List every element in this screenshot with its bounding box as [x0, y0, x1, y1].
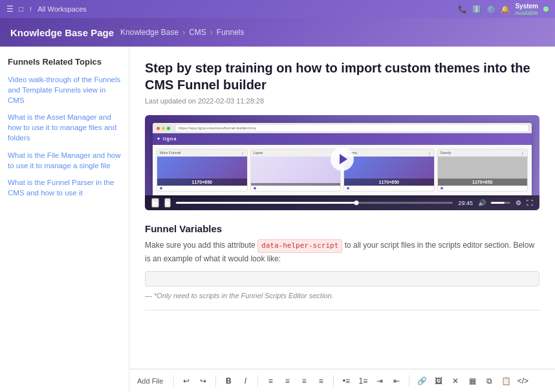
remove-format-button[interactable]: ✕ [448, 374, 462, 388]
play-triangle-icon [340, 154, 347, 164]
info-icon[interactable]: ℹ️ [472, 5, 481, 14]
align-right-button[interactable]: ≡ [297, 374, 311, 388]
align-center-button[interactable]: ≡ [280, 374, 294, 388]
browser-dot-green [167, 127, 170, 130]
funnel-card-menu-2[interactable]: ⋮ [428, 151, 431, 155]
browser-dot-red [157, 127, 160, 130]
breadcrumb: Knowledge Base › CMS › Funnels [120, 28, 244, 37]
funnel-card-title-0: Wire Funnel [160, 151, 180, 155]
redo-button[interactable]: ↪ [196, 374, 210, 388]
funnel-card-img-3: 1170×650 [438, 157, 528, 186]
breadcrumb-item-cms[interactable]: CMS [189, 28, 206, 37]
status-indicator [543, 6, 549, 12]
link-button[interactable]: 🔗 [415, 374, 429, 388]
funnel-card-header-0: Wire Funnel ⋮ [157, 149, 247, 157]
play-button[interactable] [331, 147, 354, 171]
bold-button[interactable]: B [221, 374, 235, 388]
undo-button[interactable]: ↩ [179, 374, 193, 388]
phone-icon[interactable]: 📞 [458, 5, 467, 14]
sidebar-link-0[interactable]: Video walk-through of the Funnels and Te… [8, 74, 121, 105]
italic-button[interactable]: I [238, 374, 252, 388]
video-settings-icon[interactable]: ⚙ [516, 199, 521, 206]
fullscreen-button[interactable]: ⛶ [527, 199, 533, 206]
sidebar: Funnels Related Topics Video walk-throug… [0, 47, 129, 392]
nav-left: ☰ □ ↑ All Workspaces [6, 5, 87, 14]
funnel-card-footer-2 [344, 186, 434, 191]
numbered-list-button[interactable]: 1≡ [356, 374, 370, 388]
menu-icon[interactable]: ☰ [6, 5, 14, 14]
align-left-button[interactable]: ≡ [263, 374, 278, 388]
outdent-button[interactable]: ⇤ [389, 374, 404, 388]
funnel-card-menu-3[interactable]: ⋮ [521, 151, 525, 155]
sidebar-link-2[interactable]: What is the File Manager and how to use … [8, 150, 121, 171]
add-file-label[interactable]: Add File [137, 377, 163, 385]
stop-button[interactable]: ● [164, 198, 171, 208]
video-controls: ▶ ● 29:45 🔊 ⚙ ⛶ [145, 195, 539, 210]
browser-url-bar: https://app.ligna.io/actions/funnel-buil… [176, 125, 528, 131]
user-availability: Available [515, 10, 538, 16]
desc-text-start: Make sure you add this attribute [145, 241, 256, 250]
funnel-status-dot-1 [254, 187, 256, 190]
funnel-card-footer-0 [157, 186, 247, 191]
progress-bar[interactable] [176, 202, 453, 204]
window-icon[interactable]: □ [19, 5, 23, 14]
browser-dot-yellow [162, 127, 165, 130]
browser-bar: https://app.ligna.io/actions/funnel-buil… [153, 123, 532, 133]
paste-button[interactable]: 📋 [499, 374, 513, 388]
settings-nav-icon[interactable]: ⚙️ [486, 5, 495, 14]
funnel-card-title-3: Sandy [441, 151, 452, 155]
copy-button[interactable]: ⧉ [482, 374, 496, 388]
table-button[interactable]: ▦ [465, 374, 479, 388]
notifications-icon[interactable]: 🔔 [501, 5, 510, 14]
play-pause-button[interactable]: ▶ [151, 198, 159, 208]
app-header-mock: ✦ ligna [153, 133, 532, 145]
code-button[interactable]: </> [516, 374, 530, 388]
sidebar-title: Funnels Related Topics [8, 57, 121, 67]
funnel-img-overlay-0: 1170×650 [157, 179, 247, 186]
image-link-button[interactable]: 🖼 [431, 374, 446, 388]
volume-fill [491, 202, 505, 204]
funnel-card-footer-3 [438, 186, 528, 191]
breadcrumb-item-funnels[interactable]: Funnels [217, 28, 245, 37]
funnel-card-0: Wire Funnel ⋮ 1170×650 [157, 149, 248, 191]
app-logo: ✦ ligna [157, 136, 177, 142]
volume-bar[interactable] [491, 202, 510, 204]
user-status: System Available [515, 3, 538, 16]
justify-button[interactable]: ≡ [314, 374, 328, 388]
indent-button[interactable]: ⇥ [373, 374, 387, 388]
article-title: Step by step training on how to import c… [145, 60, 539, 93]
user-name: System [515, 3, 538, 10]
page-title: Knowledge Base Page [10, 27, 114, 38]
progress-fill [176, 202, 356, 204]
video-time: 29:45 [458, 200, 473, 206]
toolbar-divider-4 [333, 375, 334, 387]
workspace-label[interactable]: All Workspaces [38, 5, 87, 13]
toolbar-spacer [145, 321, 539, 347]
toolbar-divider-2 [215, 375, 216, 387]
browser-url-text: https://app.ligna.io/actions/funnel-buil… [179, 126, 256, 130]
breadcrumb-sep-1: › [182, 28, 185, 37]
nav-right: 📞 ℹ️ ⚙️ 🔔 System Available [458, 3, 549, 16]
code-badge: data-helper-script [257, 239, 342, 253]
bullet-list-button[interactable]: •≡ [339, 374, 353, 388]
funnel-card-img-1 [251, 157, 341, 186]
sidebar-link-3[interactable]: What is the Funnel Parser in the CMS and… [8, 177, 121, 198]
funnel-card-header-1: Ligna ⋮ [251, 149, 341, 157]
funnel-card-1: Ligna ⋮ [250, 149, 342, 191]
sidebar-link-1[interactable]: What is the Asset Manager and how to use… [8, 112, 121, 143]
funnel-card-menu-0[interactable]: ⋮ [241, 151, 245, 155]
funnel-status-dot-2 [347, 187, 349, 190]
funnel-card-header-2: Demo ⋮ [344, 149, 434, 157]
volume-icon[interactable]: 🔊 [478, 199, 486, 206]
funnel-card-3: Sandy ⋮ 1170×650 [437, 149, 528, 191]
toolbar-divider-1 [173, 375, 174, 387]
funnel-img-overlay-3: 1170×650 [438, 179, 528, 186]
header-bar: Knowledge Base Page Knowledge Base › CMS… [0, 18, 555, 47]
funnel-img-overlay-1 [251, 183, 341, 186]
top-navigation: ☰ □ ↑ All Workspaces 📞 ℹ️ ⚙️ 🔔 System Av… [0, 0, 555, 18]
upload-icon[interactable]: ↑ [28, 5, 32, 14]
note-text: — *Only need to scripts in the Funnel Sc… [145, 292, 539, 299]
funnel-status-dot-0 [160, 187, 162, 190]
funnel-card-2: Demo ⋮ 1170×650 [343, 149, 435, 191]
breadcrumb-item-kb[interactable]: Knowledge Base [120, 28, 179, 37]
